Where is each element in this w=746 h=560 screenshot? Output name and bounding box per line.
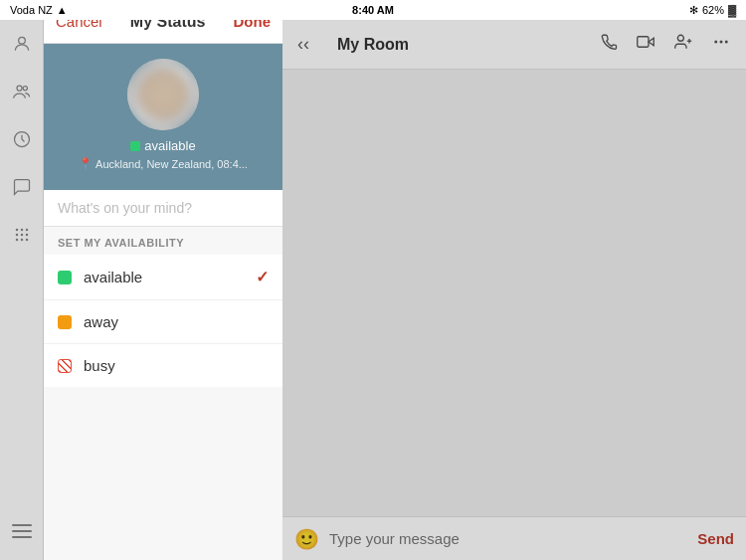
available-dot — [58, 271, 72, 284]
availability-item-busy[interactable]: busy — [44, 344, 282, 387]
whats-on-mind-field[interactable]: What's on your mind? — [44, 190, 282, 227]
availability-item-available[interactable]: available ✓ — [44, 255, 282, 300]
busy-dot — [58, 359, 72, 373]
profile-status-text: available — [144, 138, 195, 153]
carrier-label: Voda NZ — [10, 4, 53, 16]
status-bar-time: 8:40 AM — [352, 4, 394, 16]
availability-section-header: SET MY AVAILABILITY — [44, 227, 282, 255]
away-dot — [58, 315, 72, 329]
avatar — [127, 59, 199, 130]
bluetooth-icon: ✻ — [689, 4, 698, 17]
location-pin-icon: 📍 — [79, 157, 93, 170]
profile-section: available 📍 Auckland, New Zealand, 08:4.… — [44, 44, 282, 190]
status-bar-right: ✻ 62% ▓ — [689, 4, 736, 17]
available-checkmark: ✓ — [256, 268, 269, 286]
away-label: away — [84, 313, 269, 330]
avatar-placeholder — [127, 59, 199, 130]
availability-list: available ✓ away busy — [44, 255, 282, 387]
availability-item-away[interactable]: away — [44, 300, 282, 344]
status-modal: Cancel My Status Done available 📍 Auckla… — [44, 0, 282, 560]
wifi-icon: ▲ — [57, 4, 68, 16]
status-dot-green — [130, 141, 140, 151]
busy-label: busy — [84, 357, 269, 374]
profile-status-name: available — [130, 138, 195, 153]
battery-label: 62% — [702, 4, 724, 16]
profile-location: 📍 Auckland, New Zealand, 08:4... — [79, 157, 248, 170]
battery-icon: ▓ — [728, 4, 736, 16]
available-label: available — [84, 269, 256, 285]
location-text: Auckland, New Zealand, 08:4... — [95, 158, 248, 170]
status-bar-left: Voda NZ ▲ — [10, 4, 68, 16]
status-bar: Voda NZ ▲ 8:40 AM ✻ 62% ▓ — [0, 0, 746, 20]
